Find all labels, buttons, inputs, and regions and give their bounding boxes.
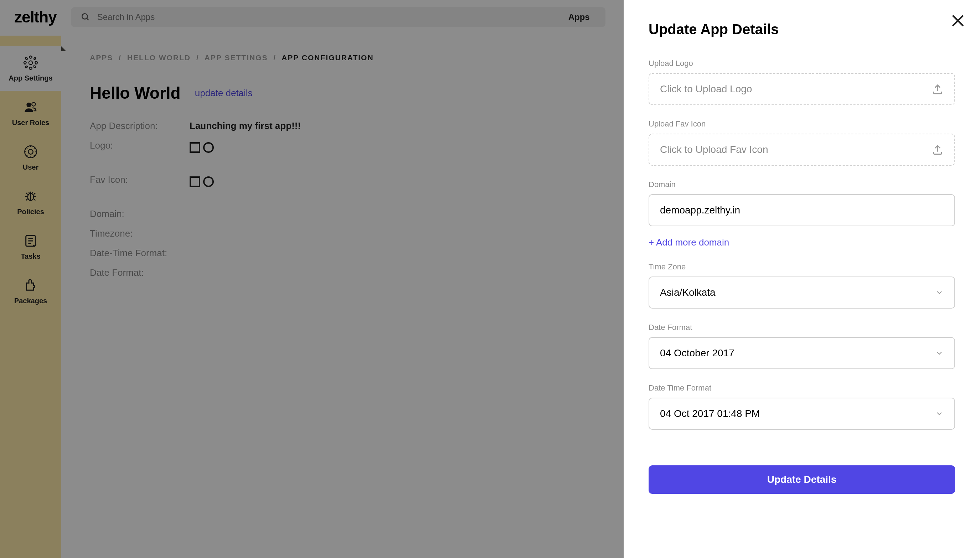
add-more-domain-link[interactable]: + Add more domain <box>648 237 729 248</box>
close-icon[interactable] <box>950 13 966 28</box>
date-format-field-label: Date Format <box>648 323 955 332</box>
upload-logo-placeholder: Click to Upload Logo <box>660 84 752 95</box>
upload-logo-label: Upload Logo <box>648 59 955 68</box>
domain-input[interactable] <box>648 194 955 226</box>
update-app-drawer: Update App Details Upload Logo Click to … <box>624 0 980 558</box>
timezone-select[interactable]: Asia/Kolkata <box>648 276 955 309</box>
date-format-select-value: 04 October 2017 <box>660 348 734 359</box>
chevron-down-icon <box>935 409 944 418</box>
upload-favicon-box[interactable]: Click to Upload Fav Icon <box>648 134 955 166</box>
timezone-field-label: Time Zone <box>648 262 955 271</box>
update-details-button[interactable]: Update Details <box>648 465 955 494</box>
upload-logo-box[interactable]: Click to Upload Logo <box>648 73 955 105</box>
timezone-select-value: Asia/Kolkata <box>660 287 716 298</box>
datetime-format-field-label: Date Time Format <box>648 383 955 393</box>
upload-icon <box>932 83 944 95</box>
chevron-down-icon <box>935 288 944 297</box>
drawer-title: Update App Details <box>648 21 955 38</box>
datetime-format-select[interactable]: 04 Oct 2017 01:48 PM <box>648 398 955 430</box>
upload-icon <box>932 144 944 156</box>
date-format-select[interactable]: 04 October 2017 <box>648 337 955 369</box>
chevron-down-icon <box>935 349 944 358</box>
domain-field-label: Domain <box>648 180 955 189</box>
upload-favicon-label: Upload Fav Icon <box>648 119 955 129</box>
upload-favicon-placeholder: Click to Upload Fav Icon <box>660 144 768 155</box>
datetime-format-select-value: 04 Oct 2017 01:48 PM <box>660 408 760 419</box>
